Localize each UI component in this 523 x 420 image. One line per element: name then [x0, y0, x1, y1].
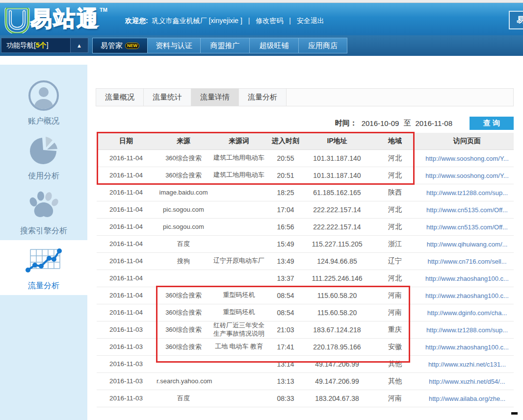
content-tab-2[interactable]: 流量详情	[191, 89, 239, 106]
visit-page-link[interactable]: http://www.xuzhi.net/c131...	[428, 361, 506, 368]
function-nav-count: 5个	[36, 41, 47, 49]
cell-keyword	[211, 201, 266, 218]
sidebar-item-label: 流量分析	[28, 281, 59, 291]
app-logo: 易站通 TM	[4, 5, 107, 35]
sidebar-item-2[interactable]: 搜索引擎分析	[0, 185, 87, 240]
corner-button[interactable]: 易站通	[509, 11, 523, 29]
logo-text: 易站通	[30, 5, 100, 32]
visit-page-link[interactable]: http://www.sooshong.com/Y...	[425, 155, 509, 162]
visit-page-link[interactable]: http://www.zhaoshang100.c...	[425, 292, 509, 299]
table-row: 2016-11-03百度08:33183.204.67.38河南http://w…	[97, 390, 514, 407]
visit-page-link[interactable]: http://www.tz1288.com/sup...	[426, 326, 508, 334]
cell-entry-time: 13:37	[266, 270, 305, 287]
visit-page-link[interactable]: http://www.sooshong.com/Y...	[425, 172, 509, 179]
cell-date: 2016-11-03	[97, 338, 156, 355]
visit-page-link[interactable]: http://www.dginfo.com/cha...	[427, 309, 507, 317]
sidebar-item-3[interactable]: 流量分析	[0, 240, 87, 295]
visit-page-link[interactable]: http://www.cn716.com/sell...	[427, 258, 506, 265]
visit-page-link[interactable]: http://www.ailaba.org/zhe...	[429, 395, 505, 402]
cell-keyword	[211, 270, 266, 287]
cell-visit-page: http://www.qihuiwang.com/...	[420, 235, 514, 252]
cell-visit-page: http://www.xuzhi.net/d54/...	[420, 372, 514, 390]
cell-region: 河南	[369, 390, 420, 407]
cell-source: image.baidu.com	[156, 184, 211, 201]
nav-tab-label: 应用商店	[308, 41, 338, 50]
nav-tab-3[interactable]: 超级旺铺	[249, 38, 298, 53]
cell-region: 其他	[369, 372, 420, 390]
cell-visit-page: http://www.cn5135.com/Off...	[420, 218, 514, 235]
sidebar-item-0[interactable]: 账户概况	[0, 75, 87, 130]
cell-entry-time: 20:51	[266, 167, 305, 184]
separator: |	[289, 17, 291, 25]
table-row: 2016-11-03r.search.yahoo.com13:1349.147.…	[97, 372, 514, 390]
nav-tab-2[interactable]: 商盟推广	[200, 38, 249, 53]
function-nav-toggle[interactable]: 功能导航[5个] ▲	[1, 38, 88, 53]
start-date-field[interactable]: 2016-10-09	[362, 119, 399, 127]
cell-visit-page: http://www.cn5135.com/Off...	[420, 201, 514, 218]
nav-tab-4[interactable]: 应用商店	[298, 38, 347, 53]
welcome-user: 巩义市鑫业机械厂 [xinyejixie ]	[152, 17, 242, 25]
table-row: 2016-11-04image.baidu.com18:2561.185.162…	[97, 184, 514, 201]
cell-entry-time: 15:49	[266, 235, 305, 252]
visit-page-link[interactable]: http://www.cn5135.com/Off...	[426, 223, 508, 231]
filter-row: 时间： 2016-10-09 至 2016-11-08 查 询	[96, 116, 514, 130]
end-date-field[interactable]: 2016-11-08	[415, 119, 452, 127]
cell-source: 360综合搜索	[156, 167, 211, 184]
cell-region: 浙江	[369, 235, 420, 252]
visit-page-link[interactable]: http://www.qihuiwang.com/...	[427, 241, 508, 248]
cell-entry-time: 08:33	[266, 390, 305, 407]
logout-link[interactable]: 安全退出	[297, 17, 324, 25]
sidebar-item-1[interactable]: 使用分析	[0, 130, 87, 185]
content-tab-3[interactable]: 流量分析	[239, 89, 287, 106]
cell-date: 2016-11-04	[97, 252, 156, 270]
cell-entry-time: 21:03	[266, 321, 305, 338]
cell-date: 2016-11-03	[97, 372, 156, 390]
column-header-2: 来源词	[211, 133, 266, 149]
cell-region: 河北	[369, 218, 420, 235]
cell-source	[156, 270, 211, 287]
cell-keyword: 建筑工地用电动车	[211, 167, 266, 184]
cell-visit-page: http://www.tz1288.com/sup...	[420, 321, 514, 338]
nav-tab-label: 资料与认证	[156, 41, 192, 50]
main-nav: 功能导航[5个] ▲ 易管家NEW资料与认证商盟推广超级旺铺应用商店	[0, 35, 523, 56]
cell-source: 百度	[156, 235, 211, 252]
welcome-bar: 欢迎您: 巩义市鑫业机械厂 [xinyejixie ] | 修改密码 | 安全退…	[125, 17, 324, 25]
nav-tab-1[interactable]: 资料与认证	[147, 38, 200, 53]
main-content: 流量概况流量统计流量详情流量分析 时间： 2016-10-09 至 2016-1…	[87, 65, 523, 420]
table-row: 2016-11-03360综合搜索红砖厂近三年安全生产事故情况说明21:0318…	[97, 321, 514, 338]
divider-gap	[0, 56, 523, 65]
cell-date: 2016-11-03	[97, 321, 156, 338]
cell-entry-time: 08:54	[266, 287, 305, 304]
nav-tab-label: 超级旺铺	[260, 41, 289, 50]
traffic-table: 日期来源来源词进入时刻IP地址地域访问页面 2016-11-04360综合搜索建…	[97, 133, 514, 407]
visit-page-link[interactable]: http://www.tz1288.com/sup...	[426, 189, 508, 197]
cell-date: 2016-11-03	[97, 355, 156, 372]
cell-source: 360综合搜索	[156, 321, 211, 338]
cell-date: 2016-11-04	[97, 218, 156, 235]
nav-tab-0[interactable]: 易管家NEW	[92, 38, 147, 53]
cell-entry-time: 17:04	[266, 201, 305, 218]
welcome-label: 欢迎您:	[125, 17, 148, 25]
visit-page-link[interactable]: http://www.zhaoshang100.c...	[425, 275, 509, 282]
table-row: 2016-11-04pic.sogou.com16:56222.222.157.…	[97, 218, 514, 235]
to-label: 至	[403, 119, 411, 128]
content-tab-1[interactable]: 流量统计	[144, 89, 191, 106]
user-icon	[27, 79, 60, 112]
cell-region: 重庆	[369, 321, 420, 338]
nav-tabs: 易管家NEW资料与认证商盟推广超级旺铺应用商店	[92, 38, 347, 53]
cell-entry-time: 17:41	[266, 338, 305, 355]
change-password-link[interactable]: 修改密码	[256, 17, 283, 25]
cell-visit-page: http://www.xuzhi.net/c131...	[420, 355, 514, 372]
visit-page-link[interactable]: http://www.cn5135.com/Off...	[426, 206, 508, 214]
cell-ip: 49.147.206.99	[305, 355, 369, 372]
column-header-6: 访问页面	[420, 133, 514, 149]
collapse-arrow-icon[interactable]: ▲	[70, 38, 88, 52]
query-button[interactable]: 查 询	[470, 117, 514, 130]
visit-page-link[interactable]: http://www.zhaoshang100.c...	[425, 344, 509, 351]
cell-visit-page: http://www.sooshong.com/Y...	[420, 167, 514, 184]
content-tab-0[interactable]: 流量概况	[96, 89, 144, 106]
sidebar-item-label: 使用分析	[28, 171, 59, 181]
cell-ip: 111.225.246.146	[305, 270, 369, 287]
cell-visit-page: http://www.dginfo.com/cha...	[420, 304, 514, 321]
visit-page-link[interactable]: http://www.xuzhi.net/d54/...	[429, 378, 505, 385]
